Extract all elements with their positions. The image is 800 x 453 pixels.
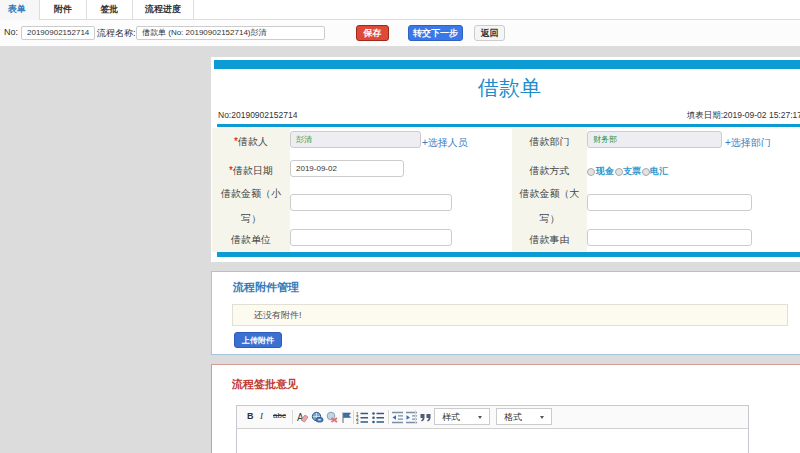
svg-text:3: 3 [356,420,359,424]
